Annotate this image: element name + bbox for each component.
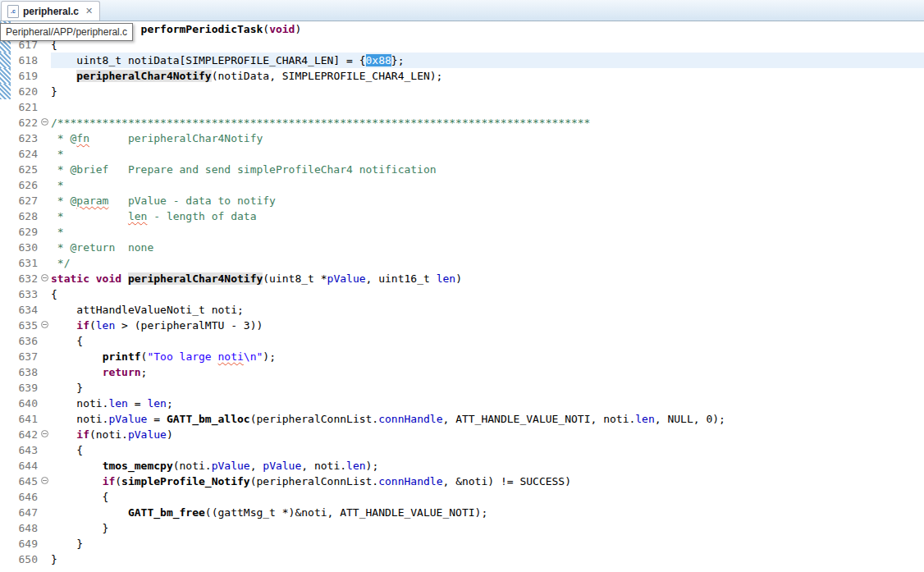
code-text[interactable]: printf("Too large noti\n");: [51, 349, 924, 364]
code-line[interactable]: 621: [0, 99, 924, 115]
fold-ruler: [39, 255, 51, 271]
line-number: 635: [11, 318, 39, 333]
code-line[interactable]: 636 {: [0, 333, 924, 349]
code-token: noti.: [51, 413, 108, 425]
code-text[interactable]: uint8_t notiData[SIMPLEPROFILE_CHAR4_LEN…: [51, 53, 924, 68]
code-line[interactable]: 620}: [0, 84, 924, 99]
code-line[interactable]: 631 */: [0, 255, 924, 271]
code-text[interactable]: * @fn peripheralChar4Notify: [51, 130, 924, 146]
code-token: "Too large: [147, 350, 217, 363]
code-token: 0x88: [366, 54, 391, 66]
code-line[interactable]: 639 }: [0, 380, 924, 396]
code-text[interactable]: }: [51, 551, 924, 567]
code-text[interactable]: }: [51, 84, 924, 99]
code-text[interactable]: *: [51, 224, 924, 240]
code-line[interactable]: 618 uint8_t notiData[SIMPLEPROFILE_CHAR4…: [0, 53, 924, 68]
code-line[interactable]: 645 if(simpleProfile_Notify(peripheralCo…: [0, 474, 924, 489]
code-line[interactable]: 647 GATT_bm_free((gattMsg_t *)&noti, ATT…: [0, 505, 924, 520]
code-line[interactable]: 625 * @brief Prepare and send simpleProf…: [0, 162, 924, 177]
code-text[interactable]: {: [51, 489, 924, 505]
code-text[interactable]: noti.pValue = GATT_bm_alloc(peripheralCo…: [51, 411, 924, 427]
code-token: noti.: [51, 397, 108, 410]
code-text[interactable]: * @param pValue - data to notify: [51, 193, 924, 208]
code-text[interactable]: noti.len = len;: [51, 396, 924, 411]
code-text[interactable]: attHandleValueNoti_t noti;: [51, 302, 924, 318]
code-line[interactable]: 622/************************************…: [0, 115, 924, 130]
code-line[interactable]: performPeriodicTask(void): [0, 21, 924, 37]
line-number: 638: [11, 364, 39, 380]
code-text[interactable]: {: [51, 37, 924, 53]
range-indicator: [0, 224, 11, 240]
code-text[interactable]: */: [51, 255, 924, 271]
code-token: simpleProfile_Notify: [121, 475, 250, 487]
code-text[interactable]: GATT_bm_free((gattMsg_t *)&noti, ATT_HAN…: [51, 505, 924, 520]
code-text[interactable]: /***************************************…: [51, 115, 924, 130]
code-text[interactable]: {: [51, 286, 924, 302]
code-text[interactable]: {: [51, 442, 924, 458]
code-text[interactable]: peripheralChar4Notify(notiData, SIMPLEPR…: [51, 68, 924, 84]
code-line[interactable]: 630 * @return none: [0, 240, 924, 255]
code-line[interactable]: 648 }: [0, 520, 924, 536]
code-token: pValue: [128, 428, 167, 441]
code-token: *: [51, 148, 64, 160]
code-line[interactable]: 624 *: [0, 146, 924, 162]
code-text[interactable]: [51, 99, 924, 115]
code-line[interactable]: 629 *: [0, 224, 924, 240]
code-line[interactable]: 649 }: [0, 536, 924, 551]
collapse-fold-icon[interactable]: [41, 274, 48, 281]
code-text[interactable]: static void peripheralChar4Notify(uint8_…: [51, 271, 924, 286]
code-line[interactable]: 633{: [0, 286, 924, 302]
code-text[interactable]: if(simpleProfile_Notify(peripheralConnLi…: [51, 474, 924, 489]
code-text[interactable]: *: [51, 146, 924, 162]
code-line[interactable]: 643 {: [0, 442, 924, 458]
code-token: pValue: [108, 413, 147, 425]
code-line[interactable]: 623 * @fn peripheralChar4Notify: [0, 130, 924, 146]
code-line[interactable]: 627 * @param pValue - data to notify: [0, 193, 924, 208]
code-line[interactable]: 619 peripheralChar4Notify(notiData, SIMP…: [0, 68, 924, 84]
code-text[interactable]: performPeriodicTask(void): [51, 21, 924, 37]
code-text[interactable]: * @return none: [51, 240, 924, 255]
code-text[interactable]: }: [51, 520, 924, 536]
code-text[interactable]: {: [51, 333, 924, 349]
code-line[interactable]: 646 {: [0, 489, 924, 505]
code-editor[interactable]: performPeriodicTask(void)617{618 uint8_t…: [0, 21, 924, 572]
code-line[interactable]: 650}: [0, 551, 924, 567]
code-line[interactable]: 617{: [0, 37, 924, 53]
tab-peripheral-c[interactable]: .c peripheral.c ✕: [1, 1, 100, 21]
code-line[interactable]: 642 if(noti.pValue): [0, 427, 924, 442]
code-token: (: [89, 319, 96, 332]
range-indicator: [0, 411, 11, 427]
code-line[interactable]: 635 if(len > (peripheralMTU - 3)): [0, 318, 924, 333]
code-text[interactable]: *: [51, 177, 924, 193]
code-line[interactable]: 640 noti.len = len;: [0, 396, 924, 411]
code-line[interactable]: 626 *: [0, 177, 924, 193]
collapse-fold-icon[interactable]: [41, 477, 48, 484]
range-indicator: [0, 302, 11, 318]
code-text[interactable]: tmos_memcpy(noti.pValue, pValue, noti.le…: [51, 458, 924, 474]
code-text[interactable]: }: [51, 536, 924, 551]
line-number: 642: [11, 427, 39, 442]
code-line[interactable]: 628 * len - length of data: [0, 208, 924, 224]
code-line[interactable]: 638 return;: [0, 364, 924, 380]
code-line[interactable]: 634 attHandleValueNoti_t noti;: [0, 302, 924, 318]
code-text[interactable]: * len - length of data: [51, 208, 924, 224]
line-number: 644: [11, 458, 39, 474]
code-line[interactable]: 632static void peripheralChar4Notify(uin…: [0, 271, 924, 286]
code-line[interactable]: 641 noti.pValue = GATT_bm_alloc(peripher…: [0, 411, 924, 427]
fold-ruler: [39, 505, 51, 520]
code-text[interactable]: }: [51, 380, 924, 396]
code-text[interactable]: if(noti.pValue): [51, 427, 924, 442]
collapse-fold-icon[interactable]: [41, 118, 48, 126]
tab-close-icon[interactable]: ✕: [85, 7, 93, 16]
code-line[interactable]: 637 printf("Too large noti\n");: [0, 349, 924, 364]
code-token: {: [51, 444, 83, 456]
code-text[interactable]: return;: [51, 364, 924, 380]
code-text[interactable]: if(len > (peripheralMTU - 3)): [51, 318, 924, 333]
code-token: if: [103, 475, 116, 487]
collapse-fold-icon[interactable]: [41, 321, 48, 328]
fold-ruler: [39, 349, 51, 364]
collapse-fold-icon[interactable]: [41, 430, 48, 437]
range-indicator: [0, 489, 11, 505]
code-text[interactable]: * @brief Prepare and send simpleProfileC…: [51, 162, 924, 177]
code-line[interactable]: 644 tmos_memcpy(noti.pValue, pValue, not…: [0, 458, 924, 474]
